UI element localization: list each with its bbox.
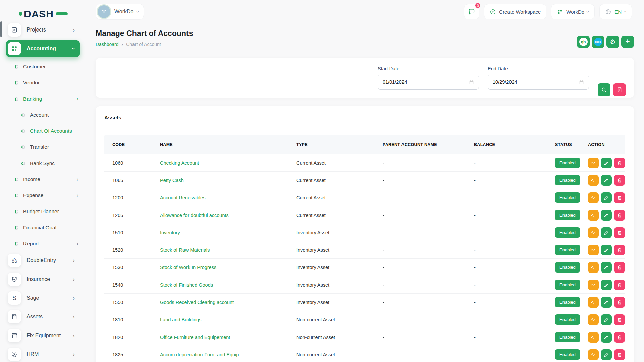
sidebar-item-assets[interactable]: Assets›	[6, 308, 80, 325]
edit-button[interactable]	[601, 175, 612, 186]
journal-activity-button[interactable]	[588, 262, 599, 273]
messages-button[interactable]: 0	[464, 4, 479, 19]
settings-button[interactable]: ⚙	[606, 36, 619, 48]
sidebar-item-vendor[interactable]: Vendor	[6, 75, 87, 91]
status-badge[interactable]: Enabled	[555, 210, 580, 220]
edit-button[interactable]	[601, 158, 612, 168]
delete-button[interactable]	[614, 314, 625, 325]
delete-button[interactable]	[614, 262, 625, 273]
journal-activity-button[interactable]	[588, 158, 599, 168]
journal-activity-button[interactable]	[588, 332, 599, 343]
delete-button[interactable]	[614, 297, 625, 308]
workspace-selector[interactable]: WorkDo ›	[96, 4, 144, 20]
start-date-input[interactable]: 01/01/2024	[378, 75, 479, 90]
edit-button[interactable]	[601, 192, 612, 203]
journal-activity-button[interactable]	[588, 210, 599, 221]
journal-activity-button[interactable]	[588, 175, 599, 186]
accounts-table: CODE NAME TYPE PARENT ACCOUNT NAME BALAN…	[96, 127, 634, 362]
sidebar-item-projects[interactable]: Projects›	[6, 21, 80, 39]
delete-button[interactable]	[614, 349, 625, 360]
sidebar-item-chart-of-accounts[interactable]: Chart Of Accounts	[6, 123, 87, 139]
edit-button[interactable]	[601, 314, 612, 325]
reset-filter-button[interactable]	[613, 83, 626, 96]
status-badge[interactable]: Enabled	[555, 227, 580, 238]
apply-filter-button[interactable]	[598, 83, 610, 96]
status-badge[interactable]: Enabled	[555, 280, 580, 290]
delete-button[interactable]	[614, 332, 625, 343]
edit-button[interactable]	[601, 280, 612, 290]
sidebar-item-expense[interactable]: Expense›	[6, 187, 87, 203]
quickbooks-button[interactable]: qb	[577, 36, 590, 48]
account-name-link[interactable]: Stock of Work In Progress	[160, 265, 216, 270]
sidebar-item-accounting[interactable]: Accounting›	[6, 40, 80, 57]
status-badge[interactable]: Enabled	[555, 332, 580, 342]
status-badge[interactable]: Enabled	[555, 314, 580, 325]
app-menu-button[interactable]: WorkDo ›	[551, 4, 595, 19]
brand-logo[interactable]: DASH	[0, 0, 87, 21]
end-date-input[interactable]: 10/29/2024	[488, 75, 589, 90]
journal-activity-button[interactable]	[588, 280, 599, 290]
account-name-link[interactable]: Allowance for doubtful accounts	[160, 213, 229, 218]
journal-activity-button[interactable]	[588, 297, 599, 308]
status-badge[interactable]: Enabled	[555, 158, 580, 168]
sidebar-item-account[interactable]: Account	[6, 107, 87, 123]
account-name-link[interactable]: Office Furniture and Equipement	[160, 335, 230, 340]
status-badge[interactable]: Enabled	[555, 175, 580, 185]
account-name-link[interactable]: Accum.depreciation-Furn. and Equip	[160, 352, 239, 357]
delete-button[interactable]	[614, 280, 625, 290]
sidebar-item-fix-equipment[interactable]: Fix Equipment›	[6, 327, 80, 344]
account-name-link[interactable]: Goods Received Clearing account	[160, 300, 234, 305]
xero-button[interactable]: xero	[592, 36, 604, 48]
delete-button[interactable]	[614, 210, 625, 221]
account-name-link[interactable]: Account Receivables	[160, 195, 205, 200]
account-name-link[interactable]: Checking Account	[160, 160, 199, 166]
status-badge[interactable]: Enabled	[555, 192, 580, 203]
status-badge[interactable]: Enabled	[555, 297, 580, 307]
breadcrumb-dashboard-link[interactable]: Dashboard	[96, 42, 119, 47]
status-badge[interactable]: Enabled	[555, 245, 580, 255]
status-badge[interactable]: Enabled	[555, 349, 580, 360]
sidebar-item-budget-planner[interactable]: Budget Planner	[6, 203, 87, 220]
journal-activity-button[interactable]	[588, 349, 599, 360]
add-account-button[interactable]: +	[621, 36, 634, 48]
sidebar-item-doubleentry[interactable]: ⚖DoubleEntry›	[6, 252, 80, 269]
edit-button[interactable]	[601, 349, 612, 360]
chevron-right-icon: ›	[73, 276, 75, 282]
edit-button[interactable]	[601, 245, 612, 255]
edit-button[interactable]	[601, 332, 612, 343]
sidebar-item-sage[interactable]: SSage›	[6, 289, 80, 307]
delete-button[interactable]	[614, 227, 625, 238]
sidebar-item-insurance[interactable]: Insurance›	[6, 270, 80, 288]
sidebar-item-bank-sync[interactable]: Bank Sync	[6, 155, 87, 171]
delete-button[interactable]	[614, 245, 625, 255]
delete-button[interactable]	[614, 158, 625, 168]
language-selector[interactable]: EN ›	[599, 4, 632, 19]
sidebar-item-report[interactable]: Report›	[6, 236, 87, 252]
account-name-link[interactable]: Stock of Raw Materials	[160, 247, 210, 253]
journal-activity-button[interactable]	[588, 314, 599, 325]
edit-button[interactable]	[601, 262, 612, 273]
sidebar-scrollbar[interactable]	[0, 21, 2, 37]
edit-button[interactable]	[601, 210, 612, 221]
sidebar-item-customer[interactable]: Customer	[6, 59, 87, 75]
account-name-link[interactable]: Land and Buildings	[160, 317, 201, 322]
trash-icon	[617, 352, 622, 357]
account-name-link[interactable]: Stock of Finished Goods	[160, 282, 213, 288]
sidebar-item-transfer[interactable]: Transfer	[6, 139, 87, 155]
account-name-link[interactable]: Petty Cash	[160, 178, 184, 183]
edit-button[interactable]	[601, 297, 612, 308]
sidebar-item-hrm[interactable]: HRM›	[6, 346, 80, 362]
journal-activity-button[interactable]	[588, 192, 599, 203]
status-badge[interactable]: Enabled	[555, 262, 580, 273]
account-name-link[interactable]: Inventory	[160, 230, 180, 235]
edit-button[interactable]	[601, 227, 612, 238]
delete-button[interactable]	[614, 175, 625, 186]
sidebar-item-banking[interactable]: Banking›	[6, 91, 87, 107]
delete-button[interactable]	[614, 192, 625, 203]
sidebar-item-financial-goal[interactable]: Financial Goal	[6, 220, 87, 236]
sidebar-item-income[interactable]: Income›	[6, 171, 87, 187]
create-workspace-button[interactable]: Create Workspace	[484, 4, 546, 19]
journal-activity-button[interactable]	[588, 227, 599, 238]
trash-icon	[617, 300, 622, 305]
journal-activity-button[interactable]	[588, 245, 599, 255]
